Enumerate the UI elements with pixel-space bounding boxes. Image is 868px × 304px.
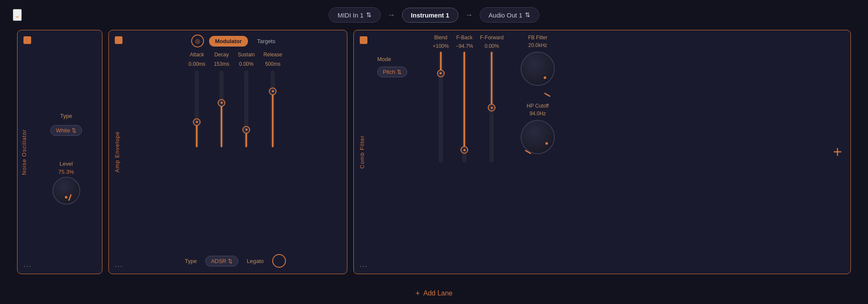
add-lane-plus-icon: + (415, 289, 420, 298)
midi-in-selector[interactable]: MIDI In 1 ⇅ (329, 7, 381, 23)
instrument-label: Instrument 1 (411, 12, 449, 19)
release-slider-col: Release 500ms (263, 52, 282, 147)
fback-slider[interactable] (462, 52, 466, 163)
mode-label: Mode (377, 56, 391, 62)
attack-value: 0.00ms (189, 61, 205, 67)
mode-value: Pitch (383, 69, 395, 75)
amp-env-menu[interactable]: ... (115, 261, 123, 269)
type-value: White (56, 127, 70, 134)
legato-label: Legato (247, 258, 264, 264)
lfo-icon[interactable]: ◎ (191, 35, 204, 47)
comb-filter-panel: Comb Filter Mode Pitch ⇅ Blend +100% (353, 30, 851, 274)
attack-label: Attack (190, 52, 204, 58)
mode-select[interactable]: Pitch ⇅ (377, 67, 407, 77)
envelope-sliders: Attack 0.00ms Decay 153ms (124, 47, 347, 254)
targets-button[interactable]: Targets (253, 36, 280, 47)
legato-toggle[interactable] (272, 254, 286, 268)
decay-slider-col: Decay 153ms (214, 52, 229, 147)
add-lane-label: Add Lane (423, 289, 453, 297)
instrument-selector[interactable]: Instrument 1 (402, 8, 458, 23)
noise-osc-content: Type White ⇅ Level 75.3% (30, 30, 102, 274)
release-label: Release (263, 52, 282, 58)
amp-env-header: ◎ Modulator Targets (124, 30, 347, 47)
sustain-label: Sustain (238, 52, 255, 58)
type-select[interactable]: White ⇅ (50, 125, 82, 136)
level-value: 75.3% (58, 169, 74, 175)
fbfilter-label: FB Filter (528, 35, 547, 41)
midi-in-label: MIDI In 1 (338, 12, 364, 19)
comb-filter-menu[interactable]: ... (360, 261, 368, 269)
fback-value: −94.7% (456, 43, 473, 49)
release-slider[interactable] (271, 70, 275, 147)
env-type-arrows-icon: ⇅ (228, 258, 233, 264)
blend-value: +100% (433, 43, 449, 49)
hpcutoff-knob[interactable] (521, 120, 555, 154)
collapse-button[interactable]: ⌄ (13, 9, 22, 21)
top-bar: ⌄ MIDI In 1 ⇅ → Instrument 1 → Audio Out… (0, 0, 868, 30)
comb-sliders: Blend +100% F-Back −94.7% (433, 30, 504, 274)
add-lane-row[interactable]: + Add Lane (0, 283, 868, 304)
arrow1-icon: → (387, 11, 395, 20)
main-content: Noise Oscillator Type White ⇅ Level 75.3… (0, 30, 868, 283)
sustain-slider[interactable] (244, 70, 248, 147)
noise-osc-title: Noise Oscillator (17, 30, 30, 274)
env-type-select[interactable]: ADSR ⇅ (205, 256, 238, 266)
comb-filter-title: Comb Filter (355, 55, 368, 249)
mode-arrows-icon: ⇅ (397, 69, 402, 75)
env-bottom-row: Type ADSR ⇅ Legato (124, 254, 347, 274)
fback-label: F-Back (456, 35, 472, 41)
decay-label: Decay (214, 52, 229, 58)
fbfilter-knob[interactable] (521, 52, 555, 86)
hpcutoff-value: 94.0Hz (530, 111, 546, 117)
level-knob-group: Level 75.3% (52, 161, 80, 205)
decay-value: 153ms (214, 61, 229, 67)
fforward-slider-col: F-Forward 0.00% (480, 35, 504, 163)
comb-knobs-section: FB Filter 20.0kHz HP Cutoff 94.0Hz (504, 30, 572, 274)
fbfilter-knob-group: FB Filter 20.0kHz (521, 35, 555, 86)
comb-left-section: Mode Pitch ⇅ (369, 30, 433, 274)
audio-out-arrows-icon: ⇅ (525, 11, 530, 19)
midi-in-arrows-icon: ⇅ (366, 11, 372, 19)
hpcutoff-knob-group: HP Cutoff 94.0Hz (521, 103, 555, 154)
type-arrows-icon: ⇅ (72, 127, 76, 134)
level-label: Level (59, 161, 73, 167)
noise-oscillator-panel: Noise Oscillator Type White ⇅ Level 75.3… (17, 30, 102, 274)
arrow2-icon: → (465, 11, 473, 20)
fbfilter-value: 20.0kHz (528, 42, 547, 48)
sustain-value: 0.00% (239, 61, 253, 67)
sustain-slider-col: Sustain 0.00% (238, 52, 255, 147)
audio-out-selector[interactable]: Audio Out 1 ⇅ (480, 7, 539, 23)
modulator-button[interactable]: Modulator (209, 36, 248, 47)
audio-out-label: Audio Out 1 (489, 12, 522, 19)
fforward-slider[interactable] (489, 52, 494, 163)
amp-env-indicator[interactable] (115, 36, 122, 44)
amp-envelope-panel: Amp Envelope ◎ Modulator Targets Attack … (108, 30, 347, 274)
env-type-value: ADSR (211, 258, 226, 264)
type-label: Type (60, 113, 72, 119)
level-knob[interactable] (52, 177, 80, 205)
blend-slider[interactable] (439, 52, 443, 163)
attack-slider[interactable] (195, 70, 199, 147)
release-value: 500ms (265, 61, 280, 67)
attack-slider-col: Attack 0.00ms (189, 52, 205, 147)
comb-filter-indicator[interactable] (360, 36, 367, 44)
env-type-label: Type (185, 258, 197, 264)
amp-env-title: Amp Envelope (111, 55, 123, 249)
fback-slider-col: F-Back −94.7% (456, 35, 473, 163)
hpcutoff-label: HP Cutoff (527, 103, 549, 109)
blend-label: Blend (434, 35, 448, 41)
decay-slider[interactable] (219, 70, 224, 147)
fforward-value: 0.00% (484, 43, 499, 49)
blend-slider-col: Blend +100% (433, 35, 449, 163)
fforward-label: F-Forward (480, 35, 504, 41)
noise-osc-menu[interactable]: ... (23, 261, 32, 269)
add-module-button[interactable]: + (833, 143, 842, 161)
